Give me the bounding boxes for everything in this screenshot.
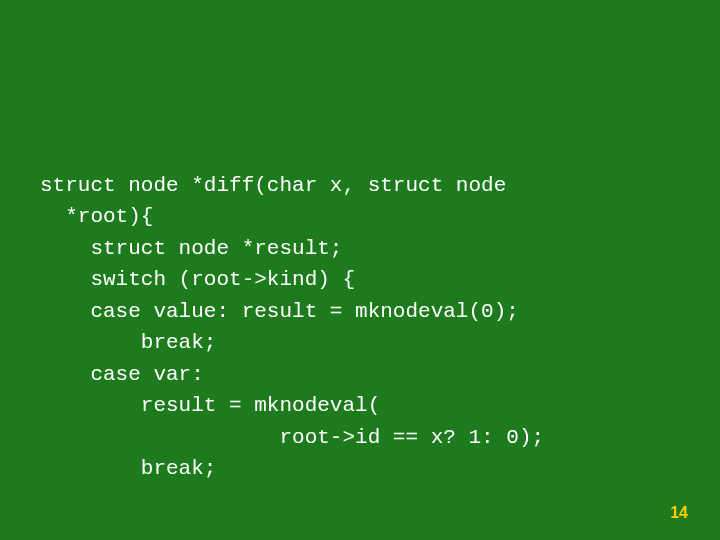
code-line-3: struct node *result; bbox=[40, 237, 342, 260]
code-line-2: *root){ bbox=[40, 205, 153, 228]
code-line-10: break; bbox=[40, 457, 216, 480]
page-number: 14 bbox=[670, 504, 688, 522]
code-line-7: case var: bbox=[40, 363, 204, 386]
code-line-6: break; bbox=[40, 331, 216, 354]
code-line-1: struct node *diff(char x, struct node bbox=[40, 174, 506, 197]
code-line-9: root->id == x? 1: 0); bbox=[40, 426, 544, 449]
code-line-5: case value: result = mknodeval(0); bbox=[40, 300, 519, 323]
code-line-4: switch (root->kind) { bbox=[40, 268, 355, 291]
code-block: struct node *diff(char x, struct node *r… bbox=[40, 138, 680, 485]
code-line-8: result = mknodeval( bbox=[40, 394, 380, 417]
